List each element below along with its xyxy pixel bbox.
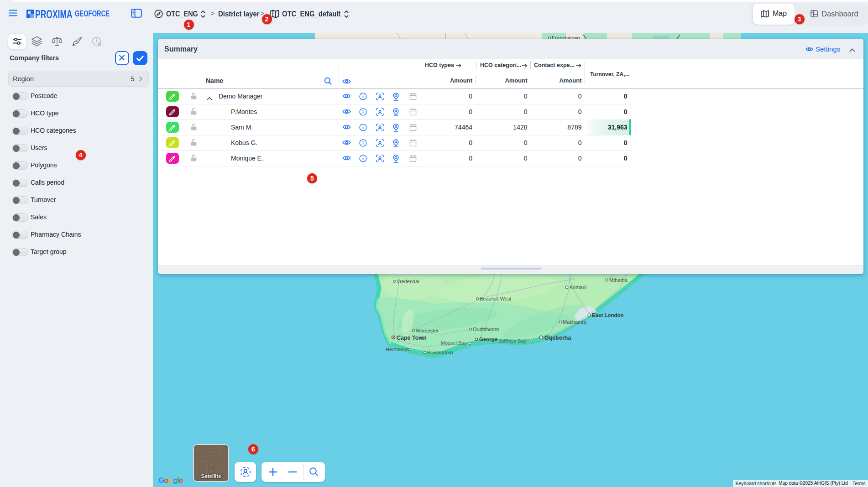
svg-text:Beaufort West: Beaufort West	[480, 296, 512, 301]
svg-text:Vredendal: Vredendal	[397, 279, 419, 284]
svg-text:Hermanus: Hermanus	[386, 347, 409, 352]
svg-text:Jeffreys Bay: Jeffreys Bay	[499, 338, 527, 344]
svg-text:Bredasdorp: Bredasdorp	[427, 350, 453, 355]
svg-text:Gqeberha: Gqeberha	[544, 335, 571, 341]
svg-text:Oudtshoorn: Oudtshoorn	[473, 326, 499, 332]
svg-text:Worcester: Worcester	[416, 328, 439, 333]
svg-text:Komani: Komani	[570, 285, 586, 290]
svg-text:East London: East London	[592, 312, 624, 318]
svg-text:Mossel Bay: Mossel Bay	[441, 340, 467, 346]
svg-text:Makhanda: Makhanda	[563, 319, 586, 325]
svg-text:George: George	[479, 337, 497, 342]
svg-text:Mthatha: Mthatha	[609, 277, 628, 283]
svg-text:Cape Town: Cape Town	[397, 335, 427, 341]
